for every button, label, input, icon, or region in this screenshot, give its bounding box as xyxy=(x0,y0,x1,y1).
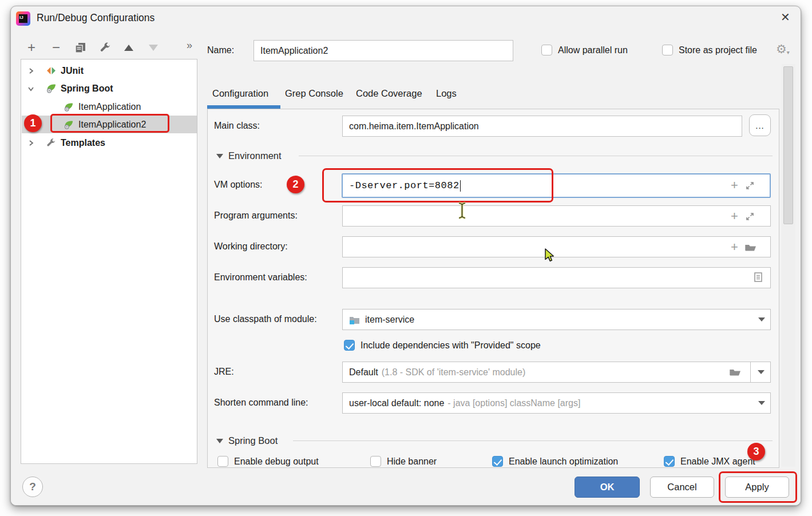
text-caret xyxy=(460,180,461,192)
working-directory-input[interactable] xyxy=(342,236,771,257)
program-arguments-field-icons: + xyxy=(731,211,755,221)
tree-item-label: Spring Boot xyxy=(61,84,113,94)
enable-jmx-agent-checkbox[interactable]: Enable JMX agent xyxy=(664,456,755,467)
tree-item-junit[interactable]: JUnit xyxy=(22,62,197,80)
add-icon[interactable]: + xyxy=(731,180,738,190)
dropdown-arrow-icon[interactable] xyxy=(758,401,765,405)
gear-icon[interactable]: ⚙▾ xyxy=(776,42,790,56)
chevron-right-icon[interactable] xyxy=(27,68,35,74)
store-as-project-file-label: Store as project file xyxy=(679,45,757,55)
spring-boot-icon xyxy=(63,119,74,130)
remove-configuration-button[interactable]: − xyxy=(49,40,64,55)
shorten-value: user-local default: none xyxy=(349,398,444,408)
tree-item-itemapplication[interactable]: ItemApplication xyxy=(22,98,197,116)
checkbox-icon[interactable] xyxy=(217,456,228,467)
checkbox-icon[interactable] xyxy=(662,45,673,55)
jre-dropdown-button[interactable] xyxy=(750,362,771,382)
environment-section-header[interactable]: Environment xyxy=(216,150,282,161)
provided-scope-checkbox[interactable]: Include dependencies with "Provided" sco… xyxy=(344,340,541,351)
chevron-down-icon[interactable] xyxy=(27,85,35,92)
close-icon[interactable]: ✕ xyxy=(777,9,794,25)
classpath-module-label: Use classpath of module: xyxy=(214,314,317,324)
allow-parallel-run-checkbox[interactable]: Allow parallel run xyxy=(541,45,628,55)
chevron-right-icon[interactable] xyxy=(27,140,35,146)
tab-grep-console[interactable]: Grep Console xyxy=(284,86,344,101)
working-directory-label: Working directory: xyxy=(214,241,288,252)
dialog-title: Run/Debug Configurations xyxy=(37,12,155,24)
program-arguments-input[interactable] xyxy=(342,205,771,227)
main-class-input[interactable] xyxy=(342,116,742,137)
dropdown-arrow-icon[interactable] xyxy=(758,317,765,321)
jre-label: JRE: xyxy=(214,367,234,377)
checkbox-icon[interactable] xyxy=(664,456,675,467)
enable-launch-optimization-label: Enable launch optimization xyxy=(509,457,618,467)
copy-configuration-button[interactable] xyxy=(73,40,88,55)
add-icon[interactable]: + xyxy=(731,242,738,252)
double-chevron-icon: » xyxy=(187,39,192,51)
checkbox-icon[interactable] xyxy=(344,340,355,351)
tree-item-itemapplication2-selected[interactable]: ItemApplication2 xyxy=(22,116,197,133)
tree-item-spring-boot[interactable]: Spring Boot xyxy=(22,80,197,97)
cancel-button[interactable]: Cancel xyxy=(650,477,714,498)
arrow-down-icon xyxy=(149,45,158,51)
enable-launch-optimization-checkbox[interactable]: Enable launch optimization xyxy=(492,456,618,467)
section-divider xyxy=(299,156,773,156)
module-icon xyxy=(349,315,360,324)
vm-options-field-icons: + xyxy=(731,180,755,190)
tree-item-label: JUnit xyxy=(61,66,84,76)
jre-hint: (1.8 - SDK of 'item-service' module) xyxy=(382,367,526,378)
minus-icon: − xyxy=(52,41,60,54)
annotation-badge-1: 1 xyxy=(24,114,42,132)
vm-options-label: VM options: xyxy=(214,180,262,190)
shorten-command-line-combobox[interactable]: user-local default: none - java [options… xyxy=(342,392,771,414)
tab-logs[interactable]: Logs xyxy=(435,86,458,101)
expand-icon[interactable] xyxy=(745,181,755,190)
browse-main-class-button[interactable]: ... xyxy=(749,114,771,136)
ok-button[interactable]: OK xyxy=(575,477,640,498)
environment-section-label: Environment xyxy=(228,150,282,161)
apply-button[interactable]: Apply xyxy=(725,477,789,498)
spring-boot-section-label: Spring Boot xyxy=(228,435,278,446)
toolbar-more-button[interactable]: » xyxy=(182,38,197,53)
enable-debug-output-label: Enable debug output xyxy=(234,457,319,467)
plus-icon: + xyxy=(27,41,35,54)
run-debug-configurations-page: IJ Run/Debug Configurations ✕ + − » xyxy=(0,0,812,516)
folder-open-icon[interactable] xyxy=(745,243,756,252)
variables-list-icon[interactable] xyxy=(754,272,763,283)
name-label: Name: xyxy=(207,45,234,55)
allow-parallel-run-label: Allow parallel run xyxy=(558,45,628,55)
checkbox-icon[interactable] xyxy=(492,456,503,467)
folder-open-icon[interactable] xyxy=(730,367,741,376)
move-up-button[interactable] xyxy=(121,40,136,55)
checkbox-icon[interactable] xyxy=(370,456,381,467)
classpath-module-value: item-service xyxy=(365,315,414,325)
scrollbar-thumb[interactable] xyxy=(783,66,793,224)
copy-icon xyxy=(75,42,86,53)
vm-options-value: -Dserver.port=8082 xyxy=(349,180,460,191)
tab-configuration[interactable]: Configuration xyxy=(211,86,270,101)
tab-code-coverage[interactable]: Code Coverage xyxy=(355,86,423,101)
intellij-logo-icon: IJ xyxy=(16,11,30,26)
enable-debug-output-checkbox[interactable]: Enable debug output xyxy=(217,456,319,467)
help-button[interactable]: ? xyxy=(22,477,43,497)
jre-combobox[interactable]: Default (1.8 - SDK of 'item-service' mod… xyxy=(342,362,771,383)
name-input[interactable] xyxy=(253,40,513,61)
add-icon[interactable]: + xyxy=(731,211,738,221)
classpath-module-combobox[interactable]: item-service xyxy=(342,309,771,330)
tree-item-templates[interactable]: Templates xyxy=(22,134,197,152)
vm-options-input[interactable]: -Dserver.port=8082 xyxy=(342,173,771,198)
store-as-project-file-checkbox[interactable]: Store as project file xyxy=(662,45,757,55)
checkbox-icon[interactable] xyxy=(541,45,552,55)
move-down-button[interactable] xyxy=(146,40,161,55)
hide-banner-checkbox[interactable]: Hide banner xyxy=(370,456,437,467)
enable-jmx-agent-label: Enable JMX agent xyxy=(680,457,755,467)
collapse-triangle-icon xyxy=(216,439,223,443)
provided-scope-label: Include dependencies with "Provided" sco… xyxy=(361,340,541,351)
spring-boot-section-header[interactable]: Spring Boot xyxy=(216,435,278,446)
add-configuration-button[interactable]: + xyxy=(24,40,39,55)
annotation-badge-3: 3 xyxy=(747,443,765,461)
environment-variables-input[interactable] xyxy=(342,267,771,288)
expand-icon[interactable] xyxy=(745,212,755,221)
section-divider xyxy=(293,440,773,441)
edit-templates-button[interactable] xyxy=(97,40,112,55)
